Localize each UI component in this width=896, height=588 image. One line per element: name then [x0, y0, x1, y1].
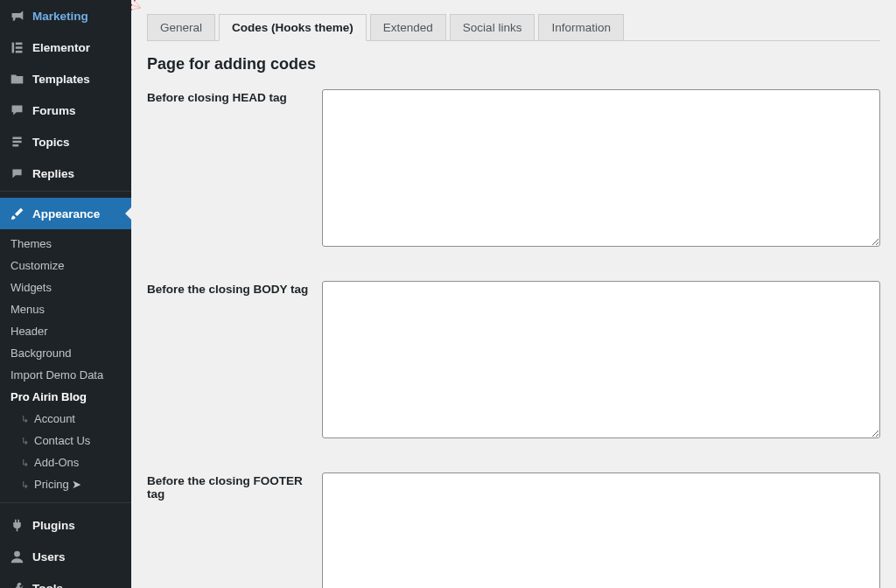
replies-icon: [8, 164, 25, 182]
field-label-head: Before closing HEAD tag: [147, 89, 322, 249]
menu-separator: [0, 191, 131, 196]
appearance-submenu: Themes Customize Widgets Menus Header Ba…: [0, 229, 131, 500]
sidebar-label: Topics: [32, 136, 70, 149]
svg-rect-1: [15, 42, 22, 45]
sidebar-label: Elementor: [32, 41, 90, 54]
svg-point-4: [14, 550, 20, 556]
sidebar-label: Replies: [32, 167, 74, 180]
sidebar-sub-background[interactable]: Background: [0, 342, 131, 364]
sidebar-item-templates[interactable]: Templates: [0, 63, 131, 94]
sidebar-item-users[interactable]: Users: [0, 541, 131, 572]
sidebar-label: Appearance: [32, 207, 100, 220]
field-input-wrap: [322, 89, 880, 249]
svg-rect-2: [15, 46, 22, 49]
field-input-wrap: [322, 472, 880, 588]
field-input-wrap: [322, 281, 880, 441]
sidebar-label: Marketing: [32, 10, 88, 23]
plug-icon: [8, 516, 25, 534]
settings-tabs: General Codes (Hooks theme) Extended Soc…: [147, 14, 880, 41]
sidebar-sub-import-demo[interactable]: Import Demo Data: [0, 364, 131, 386]
svg-rect-3: [15, 50, 22, 52]
field-row-head: Before closing HEAD tag: [147, 89, 880, 249]
svg-rect-0: [11, 42, 14, 52]
annotation-arrows-icon: [131, 0, 146, 15]
sidebar-item-tools[interactable]: Tools: [0, 572, 131, 588]
sidebar-sub-menus[interactable]: Menus: [0, 298, 131, 320]
sidebar-sub-contact-us[interactable]: Contact Us: [0, 430, 131, 452]
tab-general[interactable]: General: [147, 14, 215, 41]
sidebar-label: Templates: [32, 73, 90, 86]
footer-code-textarea[interactable]: [322, 472, 880, 588]
sidebar-label: Users: [32, 550, 66, 564]
sidebar-sub-themes[interactable]: Themes: [0, 233, 131, 255]
field-row-body: Before the closing BODY tag: [147, 281, 880, 441]
tab-extended[interactable]: Extended: [370, 14, 446, 41]
sidebar-sub-pro-airin-blog[interactable]: Pro Airin Blog: [0, 386, 131, 408]
sidebar-item-plugins[interactable]: Plugins: [0, 509, 131, 541]
settings-panel: General Codes (Hooks theme) Extended Soc…: [131, 0, 896, 588]
tab-codes-hooks[interactable]: Codes (Hooks theme): [219, 14, 367, 41]
megaphone-icon: [8, 7, 25, 24]
admin-sidebar: Marketing Elementor Templates Forums Top…: [0, 0, 131, 588]
field-label-body: Before the closing BODY tag: [147, 281, 322, 441]
sidebar-sub-pricing[interactable]: Pricing ➤: [0, 473, 131, 495]
tab-social-links[interactable]: Social links: [450, 14, 536, 41]
folder-icon: [8, 70, 25, 88]
body-code-textarea[interactable]: [322, 281, 880, 438]
sidebar-label: Tools: [32, 582, 63, 589]
svg-line-6: [132, 5, 141, 8]
head-code-textarea[interactable]: [322, 89, 880, 247]
forums-icon: [8, 102, 25, 119]
sidebar-sub-header[interactable]: Header: [0, 320, 131, 342]
brush-icon: [8, 205, 25, 222]
field-label-footer: Before the closing FOOTER tag: [147, 472, 322, 588]
sidebar-item-topics[interactable]: Topics: [0, 126, 131, 158]
elementor-icon: [8, 38, 25, 56]
topics-icon: [8, 133, 25, 150]
svg-line-5: [135, 1, 140, 8]
tab-information[interactable]: Information: [538, 14, 624, 41]
sidebar-sub-add-ons[interactable]: Add-Ons: [0, 452, 131, 473]
wrench-icon: [8, 579, 25, 588]
sidebar-item-appearance[interactable]: Appearance: [0, 198, 131, 229]
user-icon: [8, 548, 25, 565]
sidebar-label: Forums: [32, 104, 76, 117]
sidebar-sub-widgets[interactable]: Widgets: [0, 276, 131, 298]
sidebar-item-forums[interactable]: Forums: [0, 94, 131, 126]
sidebar-label: Plugins: [32, 519, 75, 532]
sidebar-item-marketing[interactable]: Marketing: [0, 0, 131, 32]
sidebar-item-elementor[interactable]: Elementor: [0, 32, 131, 63]
sidebar-sub-customize[interactable]: Customize: [0, 255, 131, 276]
svg-line-7: [131, 8, 140, 10]
field-row-footer: Before the closing FOOTER tag: [147, 472, 880, 588]
airin-sub-submenu: Account Contact Us Add-Ons Pricing ➤: [0, 408, 131, 495]
menu-separator: [0, 502, 131, 508]
sidebar-sub-account[interactable]: Account: [0, 408, 131, 430]
page-title: Page for adding codes: [147, 55, 880, 74]
sidebar-item-replies[interactable]: Replies: [0, 158, 131, 189]
